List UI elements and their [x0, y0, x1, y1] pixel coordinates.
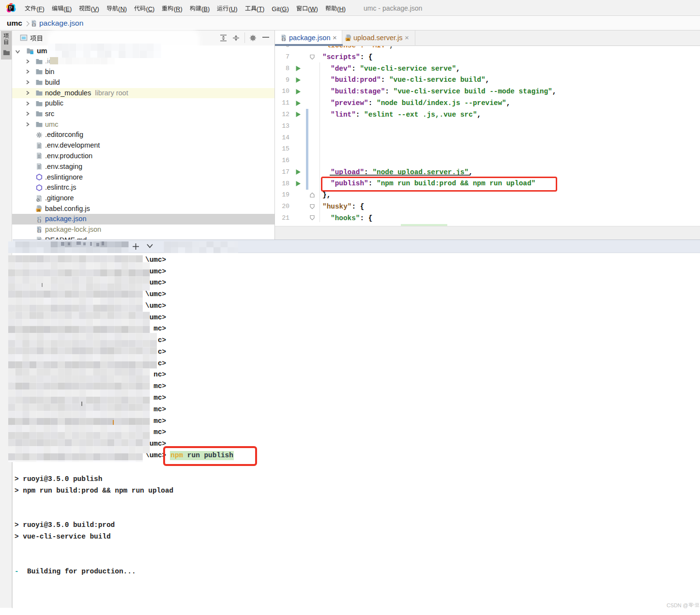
svg-text:{}: {} — [281, 37, 286, 41]
svg-text:JS: JS — [346, 38, 350, 41]
